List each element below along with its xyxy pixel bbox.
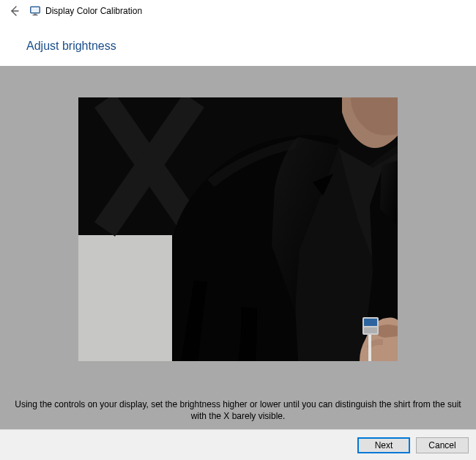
monitor-icon (29, 5, 41, 17)
page-heading: Adjust brightness (26, 40, 476, 53)
titlebar: Display Color Calibration (0, 0, 476, 22)
instruction-text: Using the controls on your display, set … (0, 393, 476, 429)
next-button[interactable]: Next (357, 437, 410, 453)
svg-rect-3 (34, 14, 37, 15)
back-arrow-icon (9, 5, 21, 17)
window-title: Display Color Calibration (45, 6, 142, 16)
svg-rect-17 (78, 97, 398, 361)
heading-area: Adjust brightness (0, 22, 476, 66)
content-area (0, 66, 476, 393)
brightness-sample-image (78, 97, 398, 361)
footer: Next Cancel (0, 429, 476, 460)
back-button[interactable] (6, 2, 23, 20)
svg-rect-2 (31, 7, 40, 12)
cancel-button[interactable]: Cancel (416, 437, 469, 453)
svg-rect-4 (33, 15, 38, 15)
